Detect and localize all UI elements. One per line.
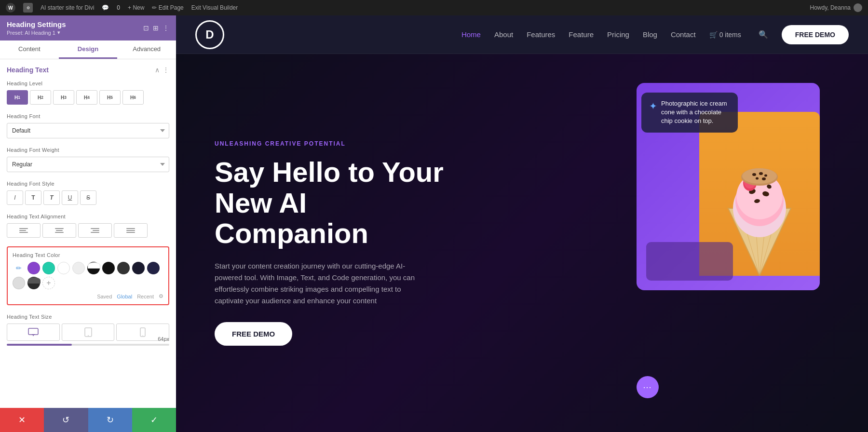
size-slider[interactable]: 64px bbox=[7, 344, 169, 346]
h5-button[interactable]: H5 bbox=[99, 90, 121, 105]
nav-blog[interactable]: Blog bbox=[643, 30, 657, 39]
nav-about[interactable]: About bbox=[494, 30, 513, 39]
responsive-icon[interactable]: ⊡ bbox=[143, 24, 149, 32]
undo-button[interactable]: ↺ bbox=[44, 408, 88, 432]
main-layout: Heading Settings Preset: AI Heading 1 ▾ … bbox=[0, 15, 868, 432]
svg-point-6 bbox=[142, 335, 143, 336]
cancel-button[interactable]: ✕ bbox=[0, 408, 44, 432]
align-center-button[interactable] bbox=[42, 223, 76, 238]
heading-font-weight-select[interactable]: Regular bbox=[7, 157, 169, 172]
heading-font-style-group: Heading Font Style I T T U S bbox=[7, 181, 169, 205]
color-purple[interactable] bbox=[27, 262, 40, 274]
h3-button[interactable]: H3 bbox=[53, 90, 74, 105]
strikethrough-button[interactable]: S bbox=[80, 190, 96, 205]
tablet-size-button[interactable] bbox=[62, 324, 115, 341]
save-button[interactable]: ✓ bbox=[132, 408, 176, 432]
comment-icon: 💬 bbox=[102, 4, 109, 11]
section-icons: ∧ ⋮ bbox=[155, 66, 169, 74]
color-settings-icon[interactable]: ⚙ bbox=[159, 293, 163, 299]
site-logo: D bbox=[195, 20, 224, 49]
h4-button[interactable]: H4 bbox=[76, 90, 97, 105]
color-charcoal[interactable] bbox=[27, 277, 40, 289]
hero-cta-button[interactable]: FREE DEMO bbox=[215, 322, 292, 346]
hero-visual: ✦ Photographic ice cream cone with a cho… bbox=[465, 73, 829, 413]
collapse-icon[interactable]: ∧ bbox=[155, 66, 160, 74]
preset-selector[interactable]: Preset: AI Heading 1 ▾ bbox=[7, 29, 66, 36]
font-style-buttons: I T T U S bbox=[7, 190, 169, 205]
site-name-link[interactable]: AI starter site for Divi bbox=[41, 4, 94, 11]
color-darkgray[interactable] bbox=[87, 262, 100, 274]
site-icon[interactable]: ⚙ bbox=[23, 3, 33, 13]
nav-home[interactable]: Home bbox=[461, 30, 481, 39]
edit-page-link[interactable]: ✏ Edit Page bbox=[152, 4, 183, 11]
h2-button[interactable]: H2 bbox=[30, 90, 51, 105]
header-icons: ⊡ ⊞ ⋮ bbox=[143, 24, 169, 32]
sidebar-title: Heading Settings bbox=[7, 20, 66, 28]
recent-tab[interactable]: Recent bbox=[137, 294, 154, 299]
comment-count: 0 bbox=[117, 4, 120, 11]
nav-pricing[interactable]: Pricing bbox=[607, 30, 629, 39]
color-lightgray[interactable] bbox=[72, 262, 85, 274]
more-options-icon[interactable]: ⋮ bbox=[163, 24, 169, 32]
sidebar-header-left: Heading Settings Preset: AI Heading 1 ▾ bbox=[7, 20, 66, 36]
sidebar-content: Heading Text ∧ ⋮ Heading Level H1 H2 H3 … bbox=[0, 59, 176, 408]
saved-tab[interactable]: Saved bbox=[97, 294, 112, 299]
desktop-size-button[interactable] bbox=[7, 324, 60, 341]
section-more-icon[interactable]: ⋮ bbox=[163, 66, 169, 74]
heading-levels: H1 H2 H3 H4 H5 H6 bbox=[7, 90, 169, 105]
hero-description: Start your content creation journey with… bbox=[215, 260, 427, 307]
svg-point-28 bbox=[762, 177, 766, 180]
sparkle-icon: ✦ bbox=[649, 100, 657, 112]
visual-card-main: ✦ Photographic ice cream cone with a cho… bbox=[637, 83, 820, 290]
search-icon[interactable]: 🔍 bbox=[759, 30, 768, 39]
color-navy[interactable] bbox=[147, 262, 160, 274]
add-color-button[interactable]: + bbox=[42, 277, 55, 289]
redo-button[interactable]: ↻ bbox=[88, 408, 132, 432]
cart-count: 0 items bbox=[719, 31, 741, 39]
user-menu[interactable]: Howdy, Deanna bbox=[810, 3, 863, 12]
tab-advanced[interactable]: Advanced bbox=[117, 40, 176, 59]
new-button[interactable]: + New bbox=[128, 4, 144, 11]
color-black2[interactable] bbox=[117, 262, 130, 274]
wordpress-logo-icon[interactable]: W bbox=[6, 3, 15, 13]
color-darkblue[interactable] bbox=[132, 262, 145, 274]
hero-section: UNLEASHING CREATIVE POTENTIAL Say Hello … bbox=[176, 54, 868, 432]
sidebar-header: Heading Settings Preset: AI Heading 1 ▾ … bbox=[0, 15, 176, 40]
heading-font-group: Heading Font Default bbox=[7, 113, 169, 138]
floating-dots-button[interactable]: ··· bbox=[637, 376, 659, 398]
nav-contact[interactable]: Contact bbox=[671, 30, 696, 39]
nav-cta-button[interactable]: FREE DEMO bbox=[782, 25, 849, 44]
admin-bar: W ⚙ AI starter site for Divi 💬 0 + New ✏… bbox=[0, 0, 868, 15]
nav-cart[interactable]: 🛒 0 items bbox=[709, 31, 741, 39]
chat-bubble-text: Photographic ice cream cone with a choco… bbox=[661, 99, 730, 126]
bold-button[interactable]: T bbox=[25, 190, 41, 205]
nav-feature[interactable]: Feature bbox=[569, 30, 594, 39]
tab-content[interactable]: Content bbox=[0, 40, 59, 59]
heading-alignment-group: Heading Text Alignment bbox=[7, 214, 169, 238]
align-justify-button[interactable] bbox=[114, 223, 148, 238]
underline-button[interactable]: U bbox=[62, 190, 78, 205]
svg-point-24 bbox=[752, 173, 756, 176]
color-silver[interactable] bbox=[13, 277, 25, 289]
color-black1[interactable] bbox=[102, 262, 115, 274]
heading-font-select[interactable]: Default bbox=[7, 123, 169, 138]
settings-sidebar: Heading Settings Preset: AI Heading 1 ▾ … bbox=[0, 15, 176, 432]
color-white1[interactable] bbox=[57, 262, 70, 274]
svg-point-4 bbox=[88, 335, 89, 336]
align-right-button[interactable] bbox=[78, 223, 112, 238]
h6-button[interactable]: H6 bbox=[122, 90, 144, 105]
split-view-icon[interactable]: ⊞ bbox=[153, 24, 159, 32]
exit-builder-link[interactable]: Exit Visual Builder bbox=[191, 4, 238, 11]
italic-button[interactable]: I bbox=[7, 190, 23, 205]
h1-button[interactable]: H1 bbox=[7, 90, 28, 105]
color-picker-icon[interactable]: ✏ bbox=[13, 262, 25, 274]
global-tab[interactable]: Global bbox=[117, 294, 132, 299]
svg-rect-0 bbox=[28, 328, 38, 335]
color-teal[interactable] bbox=[42, 262, 55, 274]
align-left-button[interactable] bbox=[7, 223, 41, 238]
tab-design[interactable]: Design bbox=[59, 40, 118, 59]
color-tabs-row: Saved Global Recent ⚙ bbox=[13, 293, 163, 299]
bold-italic-button[interactable]: T bbox=[43, 190, 60, 205]
hero-content: UNLEASHING CREATIVE POTENTIAL Say Hello … bbox=[215, 140, 465, 346]
nav-features[interactable]: Features bbox=[527, 30, 555, 39]
